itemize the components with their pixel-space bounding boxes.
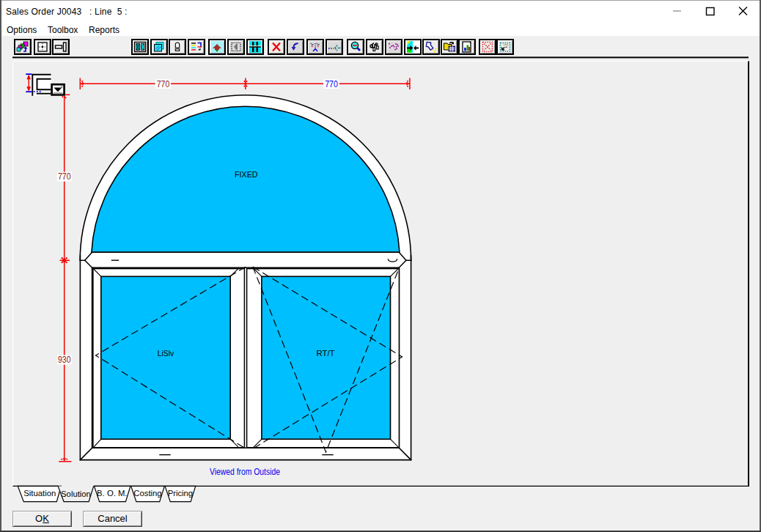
svg-text:770: 770	[325, 78, 338, 89]
svg-text:B. O. M.: B. O. M.	[97, 489, 127, 498]
svg-text:Viewed from Outside: Viewed from Outside	[210, 466, 280, 477]
svg-text:FIXED: FIXED	[235, 170, 258, 179]
svg-text:770: 770	[157, 78, 170, 89]
svg-text:Solution: Solution	[61, 489, 91, 498]
svg-text:Pricing: Pricing	[168, 489, 194, 498]
svg-text:Situation: Situation	[23, 489, 56, 498]
svg-text:LiSlv: LiSlv	[158, 349, 174, 358]
svg-text:RT/T: RT/T	[317, 349, 335, 358]
svg-text:Costing: Costing	[133, 489, 161, 498]
svg-text:930: 930	[58, 354, 71, 365]
svg-text:770: 770	[58, 171, 71, 182]
